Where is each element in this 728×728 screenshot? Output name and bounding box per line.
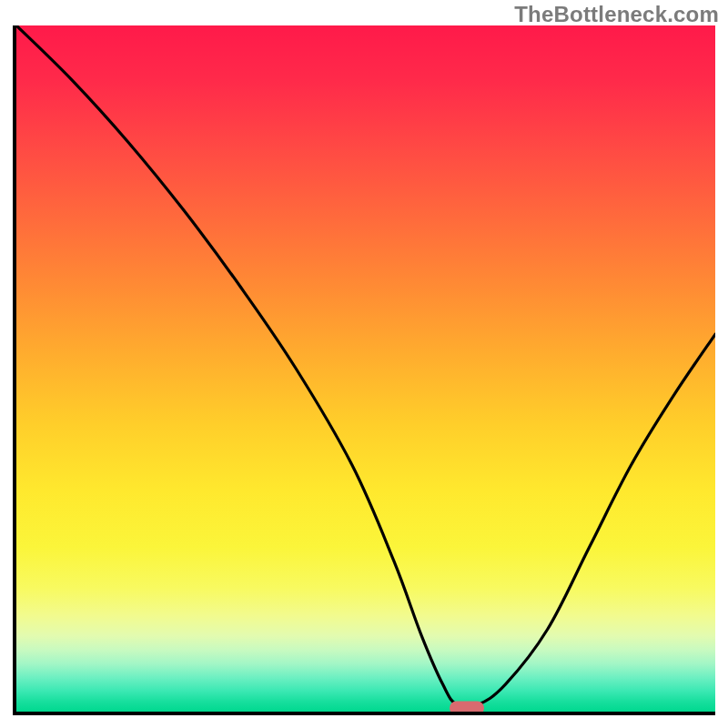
optimal-marker (450, 702, 484, 715)
chart-container: TheBottleneck.com (0, 0, 728, 728)
watermark-text: TheBottleneck.com (514, 2, 719, 27)
plot-area (13, 25, 715, 715)
bottleneck-curve (16, 25, 715, 712)
